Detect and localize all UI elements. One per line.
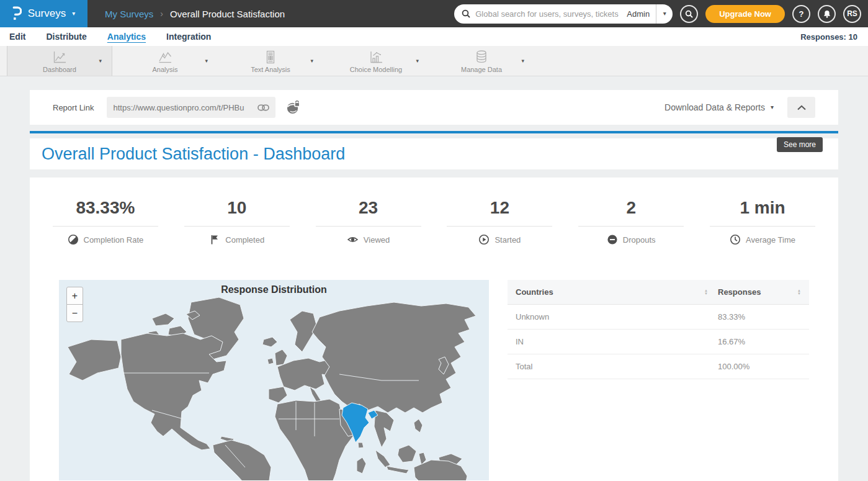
top-bar: Surveys ▾ My Surveys › Overall Product S… — [0, 0, 868, 27]
text-analysis-caret-icon[interactable]: ▾ — [310, 58, 313, 64]
flag-icon — [209, 234, 220, 245]
section-tabs: Edit Distribute Analytics Integration Re… — [0, 27, 868, 46]
stats-row: 83.33% Completion Rate 10 Completed 23 — [30, 178, 838, 245]
bell-icon — [823, 9, 831, 19]
search-icon — [462, 9, 470, 18]
choice-chart-icon — [368, 49, 384, 65]
download-caret-icon: ▾ — [771, 104, 774, 110]
search-scope-label[interactable]: Admin — [620, 9, 656, 19]
dashboard-chart-icon — [51, 49, 68, 65]
countries-table-header: Countries ▲▼ Responses ▲▼ — [508, 280, 809, 305]
report-link-bar: Report Link https://www.questionpro.com/… — [30, 90, 838, 125]
download-data-reports-menu[interactable]: Download Data & Reports ▾ — [664, 102, 774, 112]
accent-divider — [30, 131, 838, 133]
minus-circle-icon — [607, 234, 618, 245]
table-row: IN 16.67% — [508, 330, 809, 354]
page-title: Overall Product Satisfaction - Dashboard — [42, 145, 345, 164]
stat-viewed: 23 Viewed — [303, 199, 434, 245]
visualization-row: Response Distribution + − — [30, 280, 838, 480]
breadcrumb-current: Overall Product Satisfaction — [170, 9, 285, 19]
surveys-caret-icon: ▾ — [72, 11, 75, 17]
globe-lock-icon[interactable] — [286, 101, 300, 115]
report-link-label: Report Link — [53, 103, 94, 112]
product-label: Surveys — [28, 7, 66, 20]
report-link-url[interactable]: https://www.questionpro.com/t/PHBu — [113, 103, 257, 112]
database-icon — [473, 49, 490, 65]
page-content: Report Link https://www.questionpro.com/… — [0, 90, 868, 481]
tab-distribute[interactable]: Distribute — [46, 32, 86, 42]
title-card: Overall Product Satisfaction - Dashboard — [30, 138, 838, 169]
chevron-up-icon — [797, 105, 807, 110]
map-zoom-in-button[interactable]: + — [66, 287, 83, 305]
sort-icon[interactable]: ▲▼ — [797, 289, 801, 295]
tab-integration[interactable]: Integration — [166, 32, 211, 42]
countries-table: Countries ▲▼ Responses ▲▼ Unknown 83.33%… — [508, 280, 809, 480]
stat-dropouts: 2 Dropouts — [565, 199, 697, 245]
search-input[interactable] — [475, 9, 620, 19]
responses-count: Responses: 10 — [800, 32, 859, 42]
breadcrumb: My Surveys › Overall Product Satisfactio… — [105, 9, 285, 19]
tab-analytics[interactable]: Analytics — [107, 32, 146, 42]
help-button[interactable]: ? — [792, 5, 810, 23]
analysis-chart-icon — [157, 49, 173, 65]
breadcrumb-parent-link[interactable]: My Surveys — [105, 9, 153, 19]
stat-average-time: 1 min Average Time — [697, 199, 828, 245]
upgrade-now-button[interactable]: Upgrade Now — [705, 5, 785, 23]
table-row: Total 100.00% — [508, 354, 809, 379]
map-title: Response Distribution — [59, 284, 489, 295]
see-more-tooltip: See more — [777, 137, 823, 152]
link-icon[interactable] — [257, 104, 269, 111]
toolbar-item-dashboard[interactable]: Dashboard ▾ — [7, 46, 112, 76]
dashboard-caret-icon[interactable]: ▾ — [99, 58, 102, 64]
sort-icon[interactable]: ▲▼ — [704, 289, 708, 295]
table-row: Unknown 83.33% — [508, 305, 809, 330]
manage-data-caret-icon[interactable]: ▾ — [521, 58, 524, 64]
response-distribution-map[interactable]: Response Distribution + − — [59, 280, 489, 480]
collapse-header-button[interactable] — [787, 97, 815, 118]
notifications-button[interactable] — [818, 5, 836, 23]
global-search: Admin ▾ — [454, 4, 673, 24]
map-zoom-controls: + − — [66, 287, 83, 322]
clock-icon — [730, 234, 741, 245]
stat-completed: 10 Completed — [171, 199, 303, 245]
stat-started: 12 Started — [434, 199, 565, 245]
world-map[interactable] — [59, 280, 489, 480]
countries-column-header[interactable]: Countries ▲▼ — [516, 287, 718, 297]
eye-icon — [347, 234, 359, 245]
surveys-menu[interactable]: Surveys ▾ — [0, 0, 87, 27]
search-button[interactable] — [680, 5, 698, 23]
analytics-toolbar: Dashboard ▾ Analysis ▾ Text Analysis ▾ C… — [0, 46, 868, 76]
half-circle-icon — [68, 234, 79, 245]
toolbar-item-text-analysis[interactable]: Text Analysis ▾ — [218, 46, 323, 76]
map-zoom-out-button[interactable]: − — [66, 304, 83, 322]
toolbar-item-manage-data[interactable]: Manage Data ▾ — [429, 46, 534, 76]
analysis-caret-icon[interactable]: ▾ — [205, 58, 208, 64]
responses-column-header[interactable]: Responses ▲▼ — [718, 287, 801, 297]
report-link-field[interactable]: https://www.questionpro.com/t/PHBu — [107, 97, 275, 118]
tab-edit[interactable]: Edit — [9, 32, 25, 42]
choice-modelling-caret-icon[interactable]: ▾ — [416, 58, 419, 64]
stat-completion-rate: 83.33% Completion Rate — [40, 199, 171, 245]
play-circle-icon — [478, 234, 490, 245]
toolbar-item-choice-modelling[interactable]: Choice Modelling ▾ — [323, 46, 429, 76]
breadcrumb-separator: › — [160, 9, 163, 19]
user-avatar[interactable]: RS — [843, 5, 861, 23]
toolbar-item-analysis[interactable]: Analysis ▾ — [112, 46, 218, 76]
search-scope-caret-icon[interactable]: ▾ — [656, 11, 673, 17]
questionpro-logo-icon — [12, 6, 22, 21]
text-document-icon — [262, 49, 279, 65]
dashboard-card: 83.33% Completion Rate 10 Completed 23 — [30, 178, 838, 481]
